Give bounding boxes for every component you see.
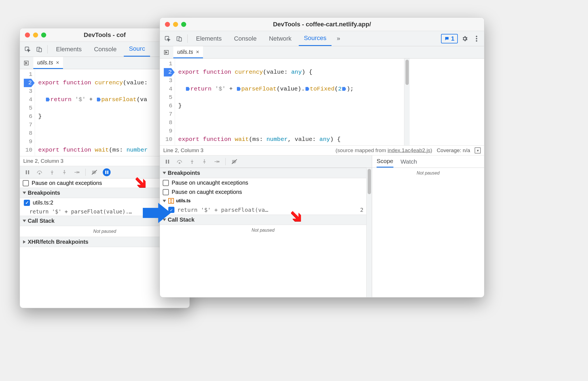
tab-watch[interactable]: Watch: [401, 155, 417, 168]
svg-rect-18: [166, 160, 167, 164]
callstack-section-header[interactable]: Call Stack: [160, 215, 366, 225]
pause-resume-button[interactable]: [23, 168, 32, 177]
close-window-button[interactable]: [165, 22, 170, 27]
svg-rect-19: [168, 160, 169, 164]
cursor-position: Line 2, Column 3: [23, 158, 64, 164]
device-toggle-icon[interactable]: [174, 34, 184, 43]
deactivate-breakpoints-button[interactable]: [90, 168, 99, 177]
titlebar: DevTools - coffee-cart.netlify.app/: [160, 18, 484, 31]
breakpoints-section-header[interactable]: Breakpoints: [160, 168, 366, 178]
checkbox-icon[interactable]: [23, 180, 29, 186]
file-icon: [168, 198, 174, 204]
step-into-button[interactable]: [187, 157, 197, 166]
close-file-icon[interactable]: ×: [196, 49, 199, 55]
svg-point-7: [52, 173, 53, 175]
code-content[interactable]: export function currency(value: any) { r…: [175, 59, 404, 145]
breakpoint-entry[interactable]: return '$' + parseFloat(va… 2: [160, 205, 366, 215]
tab-network[interactable]: Network: [264, 31, 297, 46]
tab-console[interactable]: Console: [229, 31, 262, 46]
tab-sources[interactable]: Sourc: [124, 42, 150, 57]
checkbox-icon[interactable]: [168, 207, 174, 213]
breakpoint-file-row[interactable]: utils.ts: [160, 197, 366, 205]
chevron-down-icon: [163, 219, 166, 221]
breakpoint-marker[interactable]: 2: [24, 79, 35, 87]
checkbox-icon[interactable]: [24, 200, 30, 206]
main-tabstrip: Elements Console Network Sources » 1: [160, 31, 484, 46]
svg-rect-5: [28, 170, 29, 174]
line-gutter[interactable]: 1 2 345 678 91011 1213: [20, 69, 35, 156]
breakpoint-line-number: 2: [360, 206, 363, 213]
checkbox-icon[interactable]: [163, 180, 169, 186]
maximize-window-button[interactable]: [41, 32, 46, 38]
scope-not-paused: Not paused: [372, 168, 484, 178]
close-window-button[interactable]: [25, 32, 30, 38]
line-gutter[interactable]: 1 2 345 678 91011 1213: [160, 59, 175, 145]
step-out-button[interactable]: [60, 168, 69, 177]
inspect-icon[interactable]: [23, 45, 32, 54]
step-over-button[interactable]: [175, 157, 185, 166]
file-tab-utils[interactable]: utils.ts ×: [33, 57, 63, 69]
debugger-left-panel: Breakpoints Pause on uncaught exceptions…: [160, 155, 372, 297]
breakpoint-marker[interactable]: 2: [164, 68, 175, 76]
source-map-link[interactable]: index.1ac4eab2.js: [388, 147, 430, 153]
step-button[interactable]: [212, 157, 221, 166]
chevron-down-icon: [23, 220, 26, 222]
expand-panel-icon[interactable]: ▾: [475, 147, 481, 154]
code-content[interactable]: export function currency(value: return '…: [35, 69, 148, 156]
tab-sources[interactable]: Sources: [299, 31, 332, 46]
pause-caught-checkbox-row[interactable]: Pause on caught exceptions: [160, 187, 366, 197]
tab-elements[interactable]: Elements: [191, 31, 227, 46]
device-toggle-icon[interactable]: [34, 45, 44, 54]
scope-tabstrip: Scope Watch: [372, 155, 484, 168]
source-editor[interactable]: 1 2 345 678 91011 1213 export function c…: [160, 59, 484, 145]
maximize-window-button[interactable]: [181, 22, 186, 27]
step-into-button[interactable]: [47, 168, 57, 177]
step-out-button[interactable]: [200, 157, 209, 166]
svg-rect-13: [179, 38, 181, 41]
issues-count: 1: [451, 35, 454, 42]
callstack-not-paused: Not paused: [160, 225, 366, 236]
svg-rect-2: [39, 48, 41, 52]
deactivate-breakpoints-button[interactable]: [230, 157, 239, 166]
close-file-icon[interactable]: ×: [56, 59, 59, 66]
minimize-window-button[interactable]: [33, 32, 38, 38]
pause-on-exceptions-button[interactable]: [102, 168, 111, 177]
devtools-window-right: DevTools - coffee-cart.netlify.app/ Elem…: [160, 17, 484, 298]
step-button[interactable]: [72, 168, 81, 177]
tab-scope[interactable]: Scope: [377, 155, 393, 168]
svg-point-6: [39, 173, 40, 174]
vertical-scrollbar[interactable]: [404, 59, 410, 145]
tab-console[interactable]: Console: [89, 42, 122, 57]
file-tab-utils[interactable]: utils.ts ×: [173, 46, 203, 58]
cursor-position: Line 2, Column 3: [163, 147, 204, 154]
more-tabs-button[interactable]: »: [334, 34, 343, 43]
tab-elements[interactable]: Elements: [51, 42, 87, 57]
vertical-scrollbar[interactable]: [366, 168, 372, 297]
breakpoint-file: utils.ts:2: [33, 199, 53, 206]
svg-point-9: [78, 172, 79, 173]
svg-point-16: [476, 40, 477, 41]
minimize-window-button[interactable]: [173, 22, 178, 27]
svg-point-20: [179, 162, 180, 164]
show-navigator-icon[interactable]: [162, 48, 171, 57]
checkbox-label: Pause on caught exceptions: [172, 189, 242, 195]
pause-uncaught-checkbox-row[interactable]: Pause on uncaught exceptions: [160, 178, 366, 187]
file-tab-label: utils.ts: [37, 59, 53, 66]
debugger-right-panel: Scope Watch Not paused: [372, 155, 484, 297]
pause-resume-button[interactable]: [163, 157, 172, 166]
source-map-info: (source mapped from index.1ac4eab2.js): [335, 147, 432, 154]
file-tab-label: utils.ts: [177, 49, 193, 55]
checkbox-label: Pause on caught exceptions: [32, 180, 102, 186]
breakpoint-filename: utils.ts: [176, 198, 191, 203]
show-navigator-icon[interactable]: [22, 58, 31, 68]
chevron-down-icon: [163, 200, 166, 202]
more-menu-icon[interactable]: [472, 34, 481, 43]
issues-button[interactable]: 1: [441, 34, 458, 43]
svg-point-15: [476, 38, 477, 39]
checkbox-icon[interactable]: [163, 189, 169, 195]
settings-icon[interactable]: [460, 34, 470, 43]
step-over-button[interactable]: [35, 168, 45, 177]
svg-point-23: [218, 161, 219, 162]
inspect-icon[interactable]: [163, 34, 172, 43]
svg-point-21: [192, 163, 193, 164]
